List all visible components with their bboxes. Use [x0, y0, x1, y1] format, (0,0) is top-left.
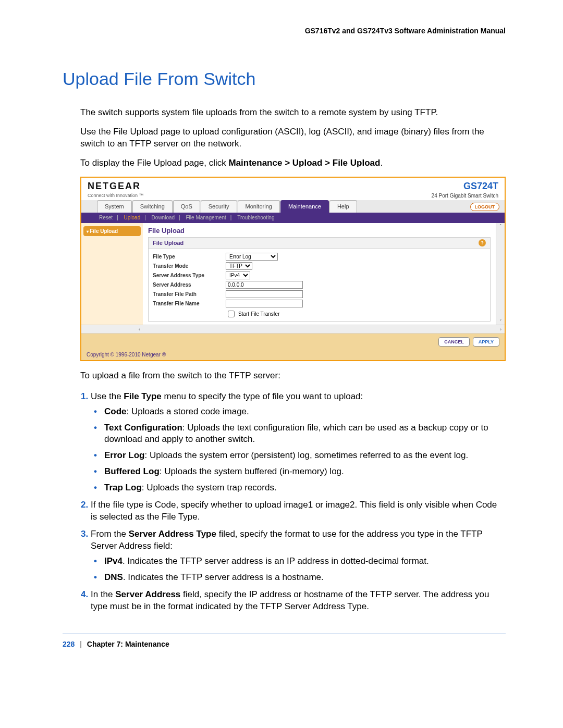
instructions-intro: To upload a file from the switch to the … [80, 370, 506, 382]
list-item: If the file type is Code, specify whethe… [91, 499, 506, 523]
tab-qos[interactable]: QoS [173, 200, 200, 213]
model-name: GS724T [432, 180, 498, 192]
scroll-up-icon[interactable]: ˄ [499, 223, 502, 229]
sidebar-item-file-upload[interactable]: ▾ File Upload [83, 226, 141, 237]
manual-title: GS716Tv2 and GS724Tv3 Software Administr… [63, 26, 506, 36]
addr-type-select[interactable]: IPv4 [226, 272, 250, 279]
transfer-mode-select[interactable]: TFTP [226, 262, 252, 270]
transfer-mode-label: Transfer Mode [153, 263, 221, 270]
list-item: DNS. Indicates the TFTP server address i… [104, 572, 506, 584]
panel-subtitle: File Upload [153, 239, 183, 247]
file-name-input[interactable] [226, 300, 303, 307]
ui-screenshot: NETGEAR Connect with Innovation ™ GS724T… [80, 177, 506, 361]
file-path-input[interactable] [226, 290, 303, 298]
cancel-button[interactable]: CANCEL [438, 337, 470, 347]
tab-monitoring[interactable]: Monitoring [238, 200, 280, 213]
server-addr-label: Server Address [153, 281, 221, 289]
list-item: Text Configuration: Uploads the text con… [104, 422, 506, 446]
subnav-reset[interactable]: Reset [99, 215, 113, 220]
tab-help[interactable]: Help [329, 200, 357, 213]
paragraph-1: The switch supports system file uploads … [80, 107, 506, 119]
subnav-upload[interactable]: Upload [124, 215, 141, 220]
model-desc: 24 Port Gigabit Smart Switch [432, 192, 498, 200]
primary-tabs: System Switching QoS Security Monitoring… [81, 200, 505, 213]
brand-tagline: Connect with Innovation ™ [88, 192, 144, 199]
tab-system[interactable]: System [97, 200, 132, 213]
list-item: Use the File Type menu to specify the ty… [91, 391, 506, 495]
start-transfer-label: Start File Transfer [238, 311, 279, 318]
list-item: IPv4. Indicates the TFTP server address … [104, 556, 506, 567]
subnav-troubleshooting[interactable]: Troubleshooting [237, 215, 274, 220]
tab-switching[interactable]: Switching [132, 200, 173, 213]
logout-button[interactable]: LOGOUT [470, 203, 500, 211]
instruction-list: Use the File Type menu to specify the ty… [63, 391, 506, 613]
file-type-label: File Type [153, 253, 221, 261]
file-type-select[interactable]: Error Log [226, 253, 278, 261]
main-content: File Upload File Upload ? File Type Erro… [143, 223, 496, 325]
scroll-right-icon[interactable]: › [500, 326, 501, 332]
help-icon[interactable]: ? [479, 239, 486, 246]
brand-logo: NETGEAR [88, 180, 144, 192]
list-item: Trap Log: Uploads the system trap record… [104, 482, 506, 494]
list-item: In the Server Address field, specify the… [91, 589, 506, 613]
scroll-left-icon[interactable]: ‹ [139, 326, 140, 332]
panel-title: File Upload [148, 226, 491, 236]
page-footer: 228 | Chapter 7: Maintenance [63, 639, 506, 649]
paragraph-3: To display the File Upload page, click M… [80, 157, 506, 169]
secondary-nav: Reset| Upload| Download| File Management… [81, 213, 505, 223]
scroll-down-icon[interactable]: ˅ [499, 318, 502, 325]
list-item: Code: Uploads a stored code image. [104, 406, 506, 418]
list-item: Buffered Log: Uploads the system buffere… [104, 466, 506, 478]
addr-type-label: Server Address Type [153, 272, 221, 279]
list-item: Error Log: Uploads the system error (per… [104, 450, 506, 462]
server-addr-input[interactable] [226, 281, 303, 289]
file-path-label: Transfer File Path [153, 291, 221, 298]
section-title: Upload File From Switch [63, 67, 506, 91]
list-item: From the Server Address Type filed, spec… [91, 528, 506, 584]
vertical-scrollbar[interactable]: ˄ ˅ [496, 223, 505, 325]
subnav-file-management[interactable]: File Management [186, 215, 226, 220]
file-name-label: Transfer File Name [153, 300, 221, 307]
start-transfer-checkbox[interactable] [228, 311, 235, 317]
chapter-label: Chapter 7: Maintenance [87, 640, 169, 648]
copyright-text: Copyright © 1996-2010 Netgear ® [81, 350, 505, 360]
tab-security[interactable]: Security [201, 200, 237, 213]
page-number: 228 [63, 640, 75, 648]
subnav-download[interactable]: Download [152, 215, 175, 220]
apply-button[interactable]: APPLY [473, 337, 499, 347]
paragraph-2: Use the File Upload page to upload confi… [80, 126, 506, 150]
footer-rule [63, 634, 506, 634]
tab-maintenance[interactable]: Maintenance [280, 200, 329, 213]
horizontal-scrollbar[interactable]: ‹ › [81, 325, 505, 334]
sidebar: ▾ File Upload [81, 223, 143, 325]
